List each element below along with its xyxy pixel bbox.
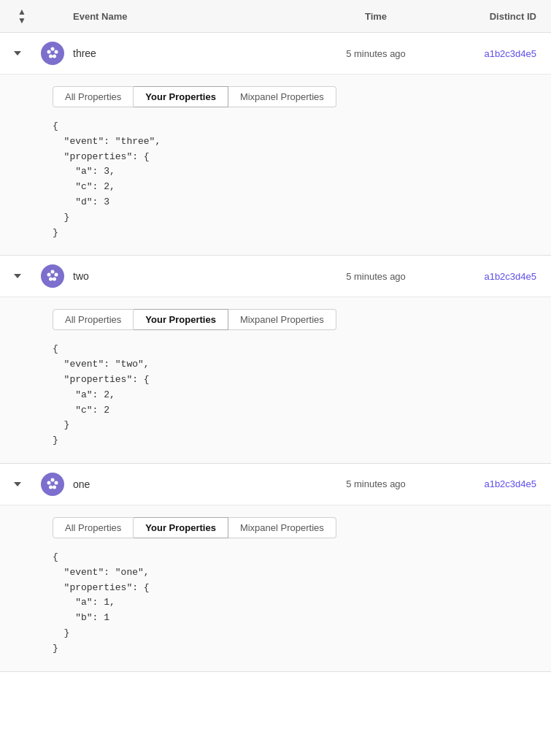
tab-mixpanel-properties[interactable]: Mixpanel Properties <box>228 86 336 107</box>
tab-bar: All PropertiesYour PropertiesMixpanel Pr… <box>53 517 533 538</box>
svg-point-1 <box>47 50 51 54</box>
tab-all-properties[interactable]: All Properties <box>53 86 134 107</box>
svg-point-11 <box>53 278 56 281</box>
properties-panel: All PropertiesYour PropertiesMixpanel Pr… <box>0 74 551 255</box>
tab-mixpanel-properties[interactable]: Mixpanel Properties <box>228 517 336 538</box>
event-name-cell: one <box>70 478 317 490</box>
event-row: one5 minutes agoa1b2c3d4e5 <box>0 464 551 505</box>
event-name-cell: two <box>70 270 317 282</box>
event-distinct-id-cell[interactable]: a1b2c3d4e5 <box>434 271 551 282</box>
svg-point-5 <box>53 55 56 58</box>
chevron-down-icon <box>14 274 21 278</box>
svg-point-10 <box>49 278 53 281</box>
user-avatar <box>41 42 64 65</box>
event-section-one: one5 minutes agoa1b2c3d4e5All Properties… <box>0 464 551 672</box>
json-properties-content: { "event": "three", "properties": { "a":… <box>53 119 533 240</box>
tab-all-properties[interactable]: All Properties <box>53 517 134 538</box>
expand-chevron[interactable] <box>0 51 35 56</box>
chevron-down-icon <box>14 51 21 56</box>
svg-point-6 <box>43 267 62 286</box>
json-properties-content: { "event": "one", "properties": { "a": 1… <box>53 550 533 657</box>
event-name-cell: three <box>70 47 317 59</box>
sort-down-icon: ▼ <box>18 16 26 25</box>
expand-chevron[interactable] <box>0 482 35 486</box>
events-container: three5 minutes agoa1b2c3d4e5All Properti… <box>0 33 551 672</box>
svg-point-4 <box>49 55 53 58</box>
expand-chevron[interactable] <box>0 274 35 278</box>
chevron-down-icon <box>14 482 21 486</box>
event-section-two: two5 minutes agoa1b2c3d4e5All Properties… <box>0 256 551 464</box>
avatar <box>35 264 70 288</box>
tab-your-properties[interactable]: Your Properties <box>134 517 228 538</box>
svg-point-13 <box>47 481 51 484</box>
event-time-cell: 5 minutes ago <box>317 271 434 282</box>
avatar <box>35 473 70 496</box>
svg-point-9 <box>55 273 58 277</box>
event-row: three5 minutes agoa1b2c3d4e5 <box>0 33 551 74</box>
event-section-three: three5 minutes agoa1b2c3d4e5All Properti… <box>0 33 551 256</box>
tab-all-properties[interactable]: All Properties <box>53 309 134 330</box>
distinct-id-column-header: Distinct ID <box>434 11 551 22</box>
tab-your-properties[interactable]: Your Properties <box>134 309 228 330</box>
svg-point-3 <box>55 50 58 54</box>
tab-bar: All PropertiesYour PropertiesMixpanel Pr… <box>53 309 533 330</box>
event-distinct-id-cell[interactable]: a1b2c3d4e5 <box>434 48 551 59</box>
json-properties-content: { "event": "two", "properties": { "a": 2… <box>53 342 533 448</box>
sort-column[interactable]: ▲ ▼ <box>0 7 35 25</box>
tab-bar: All PropertiesYour PropertiesMixpanel Pr… <box>53 86 533 107</box>
svg-point-7 <box>47 273 51 277</box>
user-avatar <box>41 473 64 496</box>
tab-your-properties[interactable]: Your Properties <box>134 86 228 107</box>
svg-point-14 <box>51 478 55 481</box>
table-header: ▲ ▼ Event Name Time Distinct ID <box>0 0 551 33</box>
avatar <box>35 42 70 65</box>
user-avatar <box>41 264 64 288</box>
svg-point-17 <box>53 485 56 489</box>
time-column-header: Time <box>317 11 434 22</box>
properties-panel: All PropertiesYour PropertiesMixpanel Pr… <box>0 505 551 671</box>
svg-point-2 <box>51 47 55 51</box>
event-name-column-header: Event Name <box>70 11 317 22</box>
svg-point-0 <box>43 44 62 63</box>
event-row: two5 minutes agoa1b2c3d4e5 <box>0 256 551 297</box>
svg-point-16 <box>49 485 53 489</box>
svg-point-15 <box>55 481 58 484</box>
event-time-cell: 5 minutes ago <box>317 478 434 489</box>
svg-point-12 <box>43 475 62 494</box>
svg-point-8 <box>51 270 55 274</box>
event-time-cell: 5 minutes ago <box>317 48 434 59</box>
tab-mixpanel-properties[interactable]: Mixpanel Properties <box>228 309 336 330</box>
properties-panel: All PropertiesYour PropertiesMixpanel Pr… <box>0 297 551 463</box>
event-distinct-id-cell[interactable]: a1b2c3d4e5 <box>434 478 551 489</box>
